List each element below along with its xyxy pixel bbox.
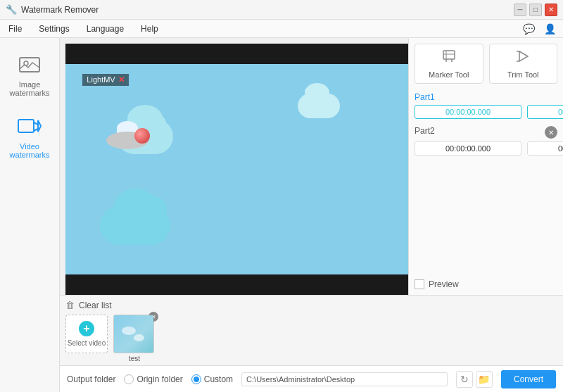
cloud-top-right	[298, 94, 340, 118]
trim-tool-button[interactable]: Trim Tool	[489, 44, 558, 84]
part2-label: Part2	[415, 126, 435, 136]
tools-panel: Marker Tool Trim Tool	[408, 38, 563, 295]
file-thumbnail: ✕ test	[113, 315, 156, 362]
custom-folder-label: Custom	[204, 374, 233, 384]
part2-times	[415, 141, 557, 156]
user-icon[interactable]: 👤	[542, 21, 557, 37]
add-video-label: Select video	[68, 339, 106, 347]
bottom-icons: ↻ 📁	[456, 371, 493, 388]
marker-tool-label: Marker Tool	[429, 70, 469, 79]
preview-label: Preview	[429, 279, 459, 289]
custom-folder-radio[interactable]	[191, 374, 201, 384]
sidebar-item-video-label: Video watermarks	[6, 142, 53, 159]
part2-row: Part2 ✕	[415, 126, 557, 156]
video-watermarks-icon	[17, 114, 42, 139]
part1-end-input[interactable]	[527, 105, 563, 119]
menu-settings[interactable]: Settings	[36, 23, 72, 35]
svg-marker-11	[519, 51, 528, 61]
tools-header: Marker Tool Trim Tool	[415, 44, 557, 84]
part1-row: Part1	[415, 92, 557, 119]
svg-marker-3	[38, 120, 41, 132]
bottom-bar: Output folder Origin folder Custom ↻ 📁 C…	[60, 365, 563, 392]
svg-rect-0	[20, 58, 39, 72]
watermark-overlay: LightMV ✕	[82, 74, 128, 86]
folder-icon-button[interactable]: 📁	[476, 371, 493, 388]
part1-times	[415, 105, 557, 119]
origin-folder-radio[interactable]	[124, 374, 134, 384]
add-icon: +	[79, 321, 94, 336]
menu-help[interactable]: Help	[138, 23, 161, 35]
titlebar-left: 🔧 Watermark Remover	[6, 4, 99, 15]
menu-language[interactable]: Language	[84, 23, 127, 35]
marker-tool-icon	[441, 49, 457, 68]
menubar-right: 💬 👤	[521, 21, 557, 37]
image-watermarks-icon	[17, 52, 42, 77]
parts-container: Part1 Part2 ✕	[415, 92, 557, 279]
menubar-left: File Settings Language Help	[6, 23, 161, 35]
part2-end-input[interactable]	[527, 141, 563, 156]
video-panel: LightMV ✕ ▶ 00:00:00/00:00:39	[60, 38, 408, 295]
ufo	[106, 132, 148, 149]
file-list-area: 🗑 Clear list + Select video ✕	[60, 295, 563, 365]
sidebar-item-image-label: Image watermarks	[6, 80, 53, 97]
trim-tool-label: Trim Tool	[507, 70, 539, 79]
svg-rect-6	[443, 51, 455, 59]
output-path-input[interactable]	[241, 372, 448, 386]
origin-folder-label: Origin folder	[137, 374, 182, 384]
menu-file[interactable]: File	[6, 23, 25, 35]
cloud-bottom-left	[100, 206, 170, 245]
sidebar-item-video-watermarks[interactable]: Video watermarks	[4, 108, 56, 165]
part1-start-input[interactable]	[415, 105, 521, 119]
watermark-close-icon: ✕	[118, 75, 125, 84]
thumbnail-image	[113, 315, 154, 353]
file-items-row: + Select video ✕ test	[65, 315, 557, 362]
trim-tool-icon	[515, 49, 531, 68]
video-tools-row: LightMV ✕ ▶ 00:00:00/00:00:39	[60, 38, 563, 295]
origin-folder-option[interactable]: Origin folder	[124, 374, 182, 384]
sidebar-item-image-watermarks[interactable]: Image watermarks	[4, 46, 56, 103]
video-container: LightMV ✕ ▶ 00:00:00/00:00:39	[65, 44, 408, 295]
thumb-cloud-2	[134, 334, 144, 341]
thumbnail-inner	[114, 315, 153, 353]
watermark-text: LightMV	[87, 75, 115, 84]
marker-tool-button[interactable]: Marker Tool	[415, 44, 483, 84]
trash-icon[interactable]: 🗑	[65, 300, 75, 310]
part2-start-input[interactable]	[415, 141, 521, 156]
menubar: File Settings Language Help 💬 👤	[0, 20, 563, 38]
preview-checkbox[interactable]	[415, 279, 424, 289]
thumb-cloud-1	[122, 327, 136, 335]
part1-label: Part1	[415, 92, 557, 102]
chat-icon[interactable]: 💬	[521, 21, 536, 37]
output-folder-label: Output folder	[67, 374, 115, 384]
main-container: Image watermarks Video watermarks	[0, 38, 563, 392]
close-button[interactable]: ✕	[545, 4, 557, 16]
window-title: Watermark Remover	[21, 5, 99, 15]
clear-list-button[interactable]: Clear list	[79, 301, 112, 310]
thumbnail-name: test	[113, 355, 156, 362]
minimize-button[interactable]: ─	[514, 4, 526, 16]
custom-folder-option[interactable]: Custom	[191, 374, 233, 384]
maximize-button[interactable]: □	[529, 4, 542, 16]
video-background: LightMV ✕	[65, 44, 408, 295]
part2-delete-button[interactable]: ✕	[545, 126, 557, 139]
refresh-icon-button[interactable]: ↻	[456, 371, 473, 388]
clear-list-row: 🗑 Clear list	[65, 300, 557, 310]
radio-selected-dot	[194, 377, 199, 382]
sidebar: Image watermarks Video watermarks	[0, 38, 60, 392]
titlebar-controls: ─ □ ✕	[514, 4, 557, 16]
svg-rect-2	[18, 120, 34, 132]
add-video-button[interactable]: + Select video	[65, 315, 108, 353]
preview-row: Preview	[415, 279, 557, 289]
content-area: LightMV ✕ ▶ 00:00:00/00:00:39	[60, 38, 563, 392]
titlebar: 🔧 Watermark Remover ─ □ ✕	[0, 0, 563, 20]
convert-button[interactable]: Convert	[501, 370, 556, 388]
